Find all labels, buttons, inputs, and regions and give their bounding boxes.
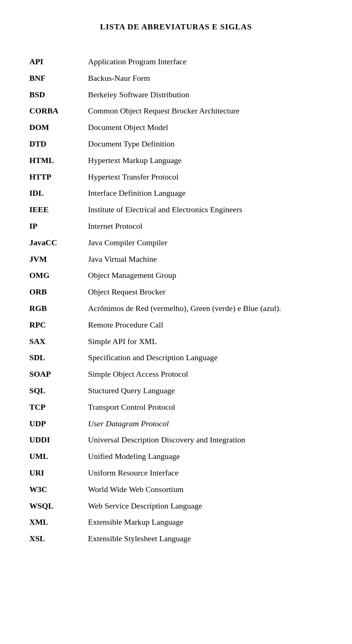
table-row: W3CWorld Wide Web Consortium (29, 481, 323, 498)
definition: Backus-Naur Form (88, 70, 323, 87)
table-row: UDPUser Datagram Protocol (29, 416, 323, 432)
table-row: SOAPSimple Object Access Protocol (29, 366, 323, 383)
table-row: SDLSpecification and Description Languag… (29, 350, 323, 366)
abbreviation: CORBA (29, 103, 88, 119)
table-row: IPInternet Protocol (29, 218, 323, 235)
table-row: CORBACommon Object Request Brocker Archi… (29, 103, 323, 119)
abbreviation: SQL (29, 383, 88, 399)
definition: User Datagram Protocol (88, 416, 323, 432)
definition: Remote Procedure Call (88, 317, 323, 333)
abbreviation: DOM (29, 119, 88, 136)
abbreviation: WSQL (29, 498, 88, 514)
definition: Extensible Markup Language (88, 514, 323, 531)
table-row: OMGObject Management Group (29, 267, 323, 284)
table-row: SQLStuctured Query Language (29, 383, 323, 399)
table-row: URIUniform Resource Interface (29, 465, 323, 481)
definition: Hypertext Transfer Protocol (88, 169, 323, 185)
abbreviation: JavaCC (29, 235, 88, 251)
abbreviation: UML (29, 448, 88, 465)
table-row: ORBObject Request Brocker (29, 284, 323, 300)
abbreviation: XML (29, 514, 88, 531)
definition: World Wide Web Consortium (88, 481, 323, 498)
definition: Simple Object Access Protocol (88, 366, 323, 383)
abbreviation: IEEE (29, 202, 88, 218)
definition: Universal Description Discovery and Inte… (88, 432, 323, 448)
abbreviation: UDP (29, 416, 88, 432)
abbreviation: RGB (29, 300, 88, 317)
table-row: TCPTransport Control Protocol (29, 399, 323, 416)
definition: Simple API for XML (88, 333, 323, 350)
definition: Acrônimos de Red (vermelho), Green (verd… (88, 300, 323, 317)
table-row: RPCRemote Procedure Call (29, 317, 323, 333)
table-row: HTTPHypertext Transfer Protocol (29, 169, 323, 185)
abbreviation: XSL (29, 531, 88, 547)
table-row: JavaCCJava Compiler Compiler (29, 235, 323, 251)
abbreviation: URI (29, 465, 88, 481)
abbreviation: HTTP (29, 169, 88, 185)
table-row: IDLInterface Definition Language (29, 185, 323, 202)
definition: Object Request Brocker (88, 284, 323, 300)
table-row: XMLExtensible Markup Language (29, 514, 323, 531)
table-row: DOMDocument Object Model (29, 119, 323, 136)
table-row: APIApplication Program Interface (29, 54, 323, 70)
definition: Uniform Resource Interface (88, 465, 323, 481)
abbreviation: OMG (29, 267, 88, 284)
definition: Berkeley Software Distribution (88, 87, 323, 103)
table-row: SAXSimple API for XML (29, 333, 323, 350)
definition: Interface Definition Language (88, 185, 323, 202)
definition: Transport Control Protocol (88, 399, 323, 416)
table-row: RGBAcrônimos de Red (vermelho), Green (v… (29, 300, 323, 317)
definition: Extensible Stylesheet Language (88, 531, 323, 547)
abbreviation: W3C (29, 481, 88, 498)
table-row: BSDBerkeley Software Distribution (29, 87, 323, 103)
definition: Application Program Interface (88, 54, 323, 70)
abbreviation: UDDI (29, 432, 88, 448)
table-row: BNFBackus-Naur Form (29, 70, 323, 87)
abbreviation: JVM (29, 251, 88, 268)
table-row: HTMLHypertext Markup Language (29, 152, 323, 169)
definition: Document Type Definition (88, 136, 323, 152)
definition: Web Service Description Language (88, 498, 323, 514)
table-row: IEEEInstitute of Electrical and Electron… (29, 202, 323, 218)
definition: Unified Modeling Language (88, 448, 323, 465)
abbreviation: DTD (29, 136, 88, 152)
definition: Java Compiler Compiler (88, 235, 323, 251)
definition: Java Virtual Machine (88, 251, 323, 268)
definition: Internet Protocol (88, 218, 323, 235)
abbreviation: TCP (29, 399, 88, 416)
abbreviation: RPC (29, 317, 88, 333)
page-title: LISTA DE ABREVIATURAS E SIGLAS (29, 22, 323, 32)
definition: Common Object Request Brocker Architectu… (88, 103, 323, 119)
abbreviation: HTML (29, 152, 88, 169)
definition: Object Management Group (88, 267, 323, 284)
abbreviation: IDL (29, 185, 88, 202)
abbreviation: IP (29, 218, 88, 235)
abbreviation: SAX (29, 333, 88, 350)
abbreviation: BNF (29, 70, 88, 87)
table-row: UDDIUniversal Description Discovery and … (29, 432, 323, 448)
abbreviation: ORB (29, 284, 88, 300)
abbreviation: SOAP (29, 366, 88, 383)
definition: Document Object Model (88, 119, 323, 136)
definition: Hypertext Markup Language (88, 152, 323, 169)
table-row: JVMJava Virtual Machine (29, 251, 323, 268)
definition: Institute of Electrical and Electronics … (88, 202, 323, 218)
acronym-table: APIApplication Program InterfaceBNFBacku… (29, 54, 323, 547)
definition: Specification and Description Language (88, 350, 323, 366)
table-row: WSQLWeb Service Description Language (29, 498, 323, 514)
abbreviation: API (29, 54, 88, 70)
table-row: DTDDocument Type Definition (29, 136, 323, 152)
abbreviation: SDL (29, 350, 88, 366)
table-row: XSLExtensible Stylesheet Language (29, 531, 323, 547)
definition: Stuctured Query Language (88, 383, 323, 399)
abbreviation: BSD (29, 87, 88, 103)
table-row: UMLUnified Modeling Language (29, 448, 323, 465)
